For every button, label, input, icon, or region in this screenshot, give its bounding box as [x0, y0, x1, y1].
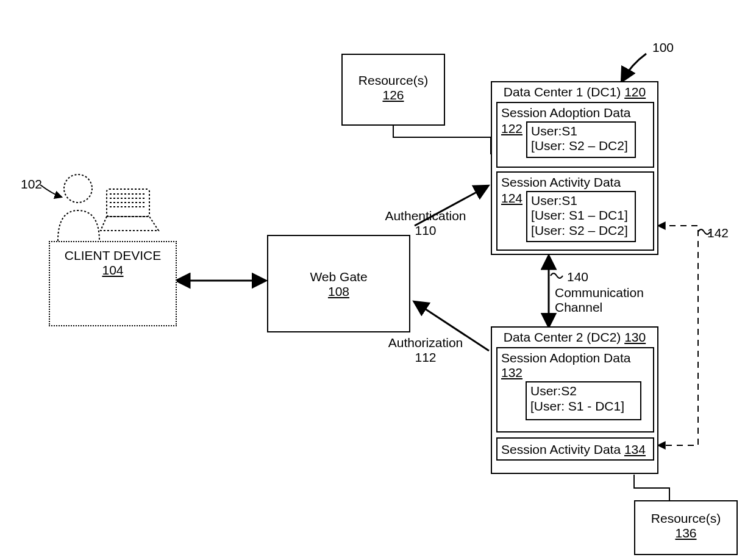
- web-gate-box: Web Gate108: [267, 235, 410, 332]
- dc1-activity-num: 124: [501, 191, 522, 206]
- dc2-activity-box: Session Activity Data 134: [496, 437, 654, 461]
- ref-102: 102: [21, 177, 42, 192]
- dc2-adoption-items: User:S2 [User: S1 - DC1]: [526, 381, 641, 420]
- resources-bottom-box: Resource(s)136: [634, 500, 738, 555]
- ref-140: 140: [567, 270, 588, 284]
- client-device-label: CLIENT DEVICE104: [50, 248, 176, 278]
- resources-top-label: Resource(s)126: [343, 73, 444, 102]
- dc1-activity-items: User:S1 [User: S1 – DC1] [User: S2 – DC2…: [526, 191, 636, 242]
- label-authorization: Authorization112: [377, 336, 474, 365]
- client-device-box: CLIENT DEVICE104: [49, 241, 177, 326]
- dc2-adoption-box: Session Adoption Data 132 User:S2 [User:…: [496, 347, 654, 433]
- dc2-activity-num: 134: [624, 442, 646, 456]
- dc2-adoption-label: Session Adoption Data: [501, 351, 649, 365]
- dc2-adoption-num: 132: [501, 365, 649, 380]
- dc2-activity-label: Session Activity Data: [501, 442, 624, 456]
- dc1-activity-label: Session Activity Data: [501, 175, 649, 190]
- resources-top-box: Resource(s)126: [341, 54, 445, 126]
- dc1-adoption-box: Session Adoption Data 122 User:S1 [User:…: [496, 102, 654, 168]
- dc1-title: Data Center 1 (DC1) 120: [494, 85, 655, 99]
- label-authentication: Authentication110: [377, 209, 474, 238]
- dc1-activity-box: Session Activity Data 124 User:S1 [User:…: [496, 171, 654, 251]
- user-icon: [58, 174, 159, 241]
- dc2-title: Data Center 2 (DC2) 130: [494, 330, 655, 345]
- ref-142: 142: [707, 226, 729, 240]
- svg-point-0: [64, 174, 92, 203]
- dc1-adoption-num: 122: [501, 121, 522, 136]
- dc1-box: Data Center 1 (DC1) 120 Session Adoption…: [491, 81, 658, 255]
- ref-100: 100: [652, 40, 674, 55]
- dc2-box: Data Center 2 (DC2) 130 Session Adoption…: [491, 326, 658, 474]
- label-comm-channel: CommunicationChannel: [555, 285, 652, 315]
- dc1-adoption-items: User:S1 [User: S2 – DC2]: [526, 121, 636, 158]
- resources-bottom-label: Resource(s)136: [635, 511, 736, 540]
- web-gate-label: Web Gate108: [268, 270, 409, 299]
- dc1-adoption-label: Session Adoption Data: [501, 106, 649, 120]
